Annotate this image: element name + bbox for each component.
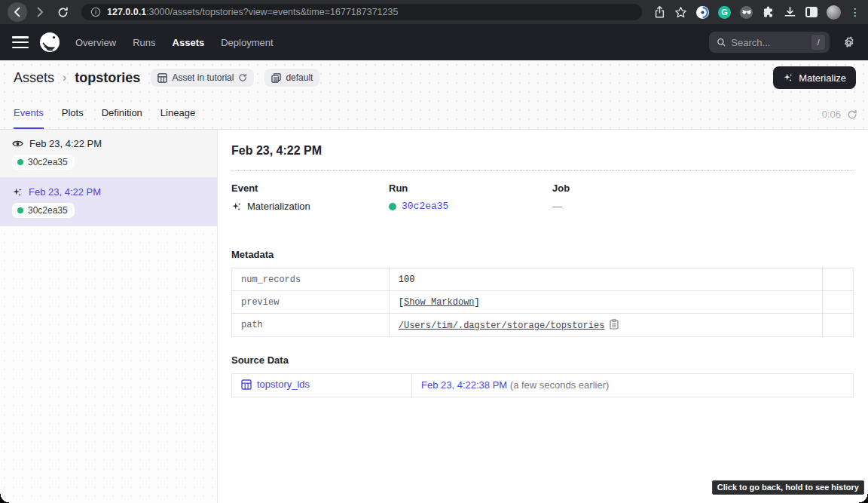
source-asset-name: topstory_ids	[257, 379, 310, 390]
downloads-icon[interactable]	[784, 6, 796, 19]
address-bar[interactable]: 127.0.0.1:3000/assets/topstories?view=ev…	[81, 4, 642, 20]
job-column-label: Job	[552, 182, 854, 194]
refresh-timer: 0:06	[822, 109, 857, 129]
event-timestamp: Feb 23, 4:22 PM	[29, 138, 102, 149]
eye-icon	[12, 140, 23, 148]
source-timestamp-link[interactable]: Feb 23, 4:22:38 PM	[421, 379, 507, 391]
nav-item-deployment[interactable]: Deployment	[221, 37, 273, 48]
top-nav-right: /	[709, 32, 856, 53]
metadata-key: path	[232, 314, 390, 337]
extension-password-icon[interactable]	[696, 6, 709, 19]
source-data-table: topstory_ids Feb 23, 4:22:38 PM (a few s…	[231, 373, 854, 397]
materialize-sparkle-icon	[783, 72, 793, 83]
event-column-label: Event	[231, 182, 389, 194]
nav-item-overview[interactable]: Overview	[75, 37, 116, 48]
code-location-badge[interactable]: default	[264, 69, 319, 87]
grammarly-icon[interactable]: G	[718, 6, 731, 19]
event-type-value: Materialization	[247, 201, 310, 212]
event-run-tag[interactable]: 30c2ea35	[12, 155, 75, 170]
refresh-countdown: 0:06	[822, 109, 841, 120]
table-row: topstory_ids Feb 23, 4:22:38 PM (a few s…	[232, 374, 854, 397]
tab-definition[interactable]: Definition	[102, 107, 142, 129]
back-button[interactable]	[8, 2, 27, 22]
metadata-extra-cell	[823, 291, 854, 314]
event-run-tag[interactable]: 30c2ea35	[12, 203, 75, 218]
asset-table-icon	[157, 73, 167, 83]
goggles-extension-icon[interactable]	[740, 6, 753, 19]
run-id-link[interactable]: 30c2ea35	[402, 201, 448, 212]
browser-actions: G ⋮	[651, 5, 860, 20]
source-asset-link[interactable]: topstory_ids	[241, 379, 310, 390]
event-list-item-materialization[interactable]: Feb 23, 4:22 PM 30c2ea35	[0, 178, 217, 226]
browser-reload-icon	[57, 7, 69, 18]
url-text: 127.0.0.1:3000/assets/topstories?view=ev…	[107, 7, 398, 17]
asset-page-header: Assets › topstories Asset in tutorial de…	[0, 60, 868, 130]
breadcrumb-separator: ›	[62, 71, 67, 84]
event-timestamp: Feb 23, 4:22 PM	[29, 186, 101, 198]
run-id: 30c2ea35	[28, 205, 68, 216]
metadata-heading: Metadata	[231, 249, 854, 260]
source-data-heading: Source Data	[231, 354, 854, 366]
refresh-icon[interactable]	[847, 109, 857, 120]
metadata-value: [Show Markdown]	[389, 291, 822, 314]
forward-icon	[34, 6, 46, 18]
dagster-logo[interactable]	[39, 32, 60, 53]
window-corner	[859, 494, 868, 503]
share-icon[interactable]	[654, 6, 665, 18]
global-search[interactable]: /	[709, 32, 830, 53]
bracket-open: [	[399, 297, 404, 308]
reload-button[interactable]	[53, 2, 72, 22]
tab-events[interactable]: Events	[14, 107, 44, 129]
asset-group-badge[interactable]: Asset in tutorial	[151, 69, 254, 87]
nav-item-runs[interactable]: Runs	[133, 37, 155, 48]
table-row: preview [Show Markdown]	[232, 291, 854, 314]
materialization-sparkle-icon	[231, 201, 242, 212]
copy-path-icon[interactable]	[610, 319, 619, 330]
primary-nav: Overview Runs Assets Deployment	[75, 37, 274, 48]
asset-tabs: Events Plots Definition Lineage 0:06	[0, 95, 868, 129]
table-row: num_records 100	[232, 268, 854, 291]
tab-plots[interactable]: Plots	[62, 107, 84, 129]
search-input[interactable]	[731, 37, 806, 48]
url-host: 127.0.0.1	[107, 7, 146, 17]
metadata-key: preview	[232, 291, 390, 314]
menu-kebab-icon[interactable]: ⋮	[850, 7, 860, 17]
app-top-nav: Overview Runs Assets Deployment /	[0, 24, 868, 60]
reload-icon[interactable]	[238, 73, 247, 82]
page-title: topstories	[75, 70, 140, 86]
bookmark-star-icon[interactable]	[674, 6, 687, 19]
browser-window: 127.0.0.1:3000/assets/topstories?view=ev…	[0, 0, 868, 503]
tab-lineage[interactable]: Lineage	[160, 107, 195, 129]
event-list-item-observation[interactable]: Feb 23, 4:22 PM 30c2ea35	[0, 130, 217, 178]
event-summary-columns: Event Materialization Run 30c2ea35 Job —	[231, 182, 854, 212]
nav-item-assets[interactable]: Assets	[173, 37, 205, 48]
copies-icon	[271, 73, 281, 83]
divider	[231, 170, 854, 171]
gear-icon[interactable]	[842, 35, 856, 50]
show-markdown-link[interactable]: Show Markdown	[404, 297, 475, 308]
extensions-puzzle-icon[interactable]	[762, 6, 775, 19]
run-column-label: Run	[389, 182, 552, 194]
back-icon	[11, 6, 23, 18]
asset-table-icon	[241, 379, 252, 390]
metadata-table: num_records 100 preview [Show Markdown] …	[231, 268, 854, 337]
hamburger-menu-icon[interactable]	[12, 36, 29, 48]
source-timestamp-note: (a few seconds earlier)	[510, 379, 610, 391]
forward-button[interactable]	[30, 2, 50, 22]
side-panel-icon[interactable]	[805, 7, 818, 17]
run-id: 30c2ea35	[28, 157, 68, 167]
job-value: —	[552, 201, 562, 212]
run-status-dot	[17, 207, 23, 213]
source-asset-cell: topstory_ids	[232, 374, 412, 397]
breadcrumb-assets-link[interactable]: Assets	[14, 70, 54, 86]
materialize-button-label: Materialize	[799, 72, 846, 84]
metadata-extra-cell	[823, 268, 854, 291]
window-corner	[0, 494, 9, 503]
metadata-value: /Users/tim/.dagster/storage/topstories	[389, 314, 822, 337]
site-info-icon[interactable]	[90, 7, 101, 17]
metadata-value: 100	[389, 268, 822, 291]
path-link[interactable]: /Users/tim/.dagster/storage/topstories	[399, 321, 605, 331]
event-column: Event Materialization	[231, 182, 389, 212]
profile-avatar[interactable]	[827, 5, 841, 20]
materialize-button[interactable]: Materialize	[773, 66, 856, 89]
